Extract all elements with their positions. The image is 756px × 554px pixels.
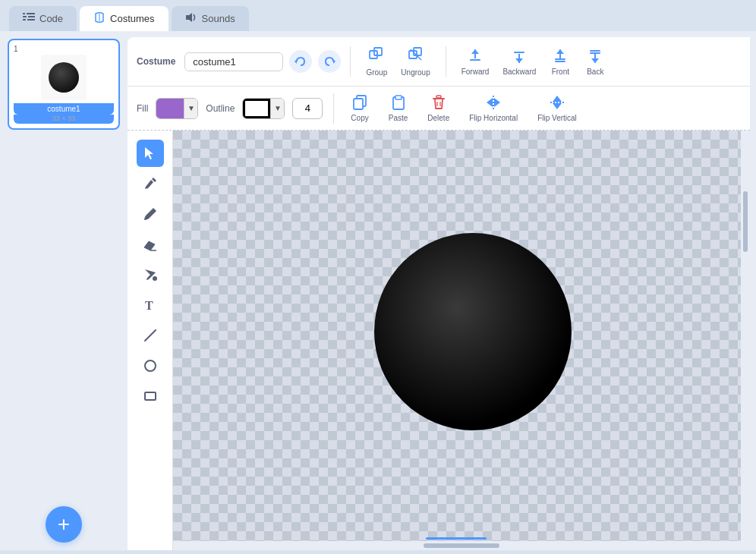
- backward-label: Backward: [502, 68, 536, 76]
- svg-marker-19: [515, 58, 523, 63]
- copy-button[interactable]: Copy: [345, 91, 374, 125]
- flip-horizontal-button[interactable]: Flip Horizontal: [463, 91, 524, 125]
- eraser-tool[interactable]: [137, 231, 164, 258]
- tab-costumes-label: Costumes: [110, 13, 155, 24]
- costume-item-size: 33 × 33: [14, 115, 114, 124]
- svg-rect-23: [555, 61, 565, 62]
- canvas-wrapper: T: [128, 131, 750, 550]
- svg-rect-0: [23, 13, 25, 14]
- paste-button[interactable]: Paste: [383, 91, 414, 125]
- outline-label: Outline: [206, 103, 235, 114]
- vertical-scrollbar[interactable]: [741, 131, 750, 541]
- add-costume-button[interactable]: +: [46, 506, 82, 543]
- undo-icon: [295, 55, 307, 68]
- rect-icon: [143, 389, 158, 404]
- line-tool[interactable]: [137, 322, 164, 349]
- svg-rect-28: [590, 52, 600, 54]
- svg-rect-17: [470, 59, 480, 61]
- svg-rect-1: [23, 16, 27, 17]
- line-icon: [143, 328, 158, 343]
- vertical-scrollbar-thumb[interactable]: [743, 191, 748, 252]
- outline-color-swatch[interactable]: ▼: [242, 98, 285, 119]
- svg-rect-5: [27, 19, 35, 20]
- back-button[interactable]: Back: [578, 45, 612, 79]
- drawing-canvas[interactable]: [173, 131, 750, 550]
- brush-tool[interactable]: [137, 200, 164, 228]
- back-icon: [587, 48, 603, 66]
- group-button[interactable]: Group: [360, 43, 393, 80]
- select-icon: [143, 146, 158, 161]
- svg-rect-24: [555, 58, 565, 60]
- costume-item-name: costume1: [14, 103, 114, 115]
- fill-dropdown-arrow[interactable]: ▼: [184, 99, 197, 118]
- svg-marker-7: [186, 13, 192, 22]
- select-tool[interactable]: [137, 140, 164, 167]
- reshape-tool[interactable]: [137, 170, 164, 197]
- tab-code-label: Code: [39, 13, 63, 24]
- tab-bar: Code Costumes Sounds: [0, 0, 756, 31]
- rect-tool[interactable]: [137, 382, 164, 410]
- toolbar-second: Fill ▼ Outline ▼ Copy: [128, 87, 750, 131]
- tab-costumes[interactable]: Costumes: [80, 6, 169, 31]
- circle-icon: [143, 358, 158, 373]
- svg-marker-16: [471, 49, 479, 54]
- ungroup-button[interactable]: Ungroup: [395, 43, 436, 80]
- svg-marker-9: [333, 59, 335, 64]
- svg-rect-34: [436, 96, 441, 98]
- svg-marker-8: [295, 59, 297, 64]
- horizontal-scrollbar-thumb[interactable]: [424, 543, 499, 548]
- svg-rect-2: [23, 19, 26, 20]
- horizontal-scrollbar[interactable]: [173, 541, 750, 550]
- front-icon: [552, 48, 569, 66]
- svg-point-45: [153, 276, 157, 281]
- tab-sounds-label: Sounds: [202, 13, 235, 24]
- forward-button[interactable]: Forward: [455, 45, 496, 79]
- text-tool[interactable]: T: [137, 291, 164, 319]
- toolbar-top: Costume Group: [128, 37, 750, 87]
- ungroup-svg: [408, 46, 424, 63]
- costume-ball-preview: [49, 62, 79, 93]
- fill-tool[interactable]: [137, 261, 164, 288]
- fill-color-preview: [156, 99, 184, 118]
- copy-label: Copy: [351, 114, 368, 122]
- costume-preview: [41, 55, 87, 100]
- tab-sounds[interactable]: Sounds: [172, 6, 249, 31]
- forward-label: Forward: [461, 68, 490, 76]
- fill-color-swatch[interactable]: ▼: [156, 98, 198, 119]
- costume-label: Costume: [137, 56, 175, 67]
- backward-button[interactable]: Backward: [496, 45, 542, 79]
- outline-color-preview: [243, 99, 270, 118]
- costume-number: 1: [14, 45, 18, 53]
- text-icon: T: [143, 297, 158, 313]
- svg-marker-39: [494, 98, 500, 107]
- front-button[interactable]: Front: [543, 45, 577, 79]
- costume-item[interactable]: 1 costume1 33 × 33: [8, 39, 120, 130]
- outline-dropdown-arrow[interactable]: ▼: [270, 99, 284, 118]
- ungroup-icon: [408, 46, 424, 67]
- svg-text:T: T: [145, 299, 153, 312]
- group-svg: [368, 46, 385, 63]
- svg-marker-42: [553, 103, 562, 109]
- costume-name-input[interactable]: [184, 52, 283, 71]
- circle-tool[interactable]: [137, 352, 164, 379]
- paste-icon: [390, 94, 407, 112]
- group-icon: [368, 46, 385, 67]
- delete-button[interactable]: Delete: [421, 91, 455, 125]
- backward-icon: [511, 48, 528, 66]
- tab-code[interactable]: Code: [9, 6, 77, 31]
- svg-rect-10: [370, 51, 377, 58]
- flip-h-icon: [485, 94, 502, 112]
- arrange-group: Group Ungroup: [360, 43, 436, 80]
- undo-button[interactable]: [289, 50, 312, 73]
- code-icon: [23, 12, 35, 25]
- paste-label: Paste: [389, 114, 408, 122]
- stroke-width-input[interactable]: [292, 98, 323, 119]
- redo-icon: [323, 55, 335, 68]
- redo-button[interactable]: [318, 50, 341, 73]
- divider-3: [333, 93, 334, 124]
- eraser-icon: [143, 237, 158, 252]
- ungroup-label: Ungroup: [401, 68, 430, 77]
- flip-vertical-button[interactable]: Flip Vertical: [531, 91, 583, 125]
- costume-list: 1 costume1 33 × 33 +: [0, 31, 128, 550]
- svg-point-48: [145, 360, 156, 371]
